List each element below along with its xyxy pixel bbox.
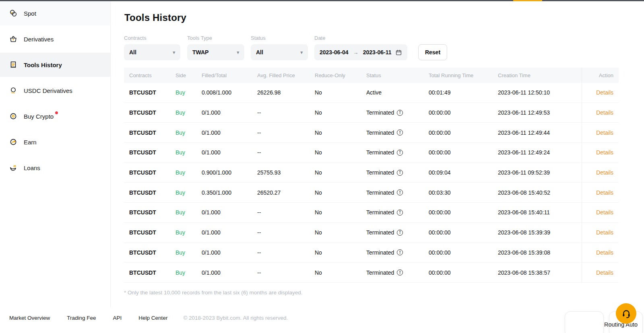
cell-total-running-time: 00:00:00 <box>429 249 498 256</box>
cell-status: Terminated ! <box>366 269 429 276</box>
cell-contracts: BTCUSDT <box>124 130 175 136</box>
date-from-value: 2023-06-04 <box>320 49 349 56</box>
sidebar-item-label: Earn <box>24 139 37 146</box>
date-filter-label: Date <box>314 35 407 41</box>
details-link[interactable]: Details <box>596 89 613 96</box>
info-icon[interactable]: ! <box>397 230 403 236</box>
cell-creation-time: 2023-06-08 15:38:57 <box>498 269 582 276</box>
details-link[interactable]: Details <box>596 130 613 136</box>
sidebar-item-earn[interactable]: Earn <box>0 130 110 154</box>
cell-filled-total: 0/1.000 <box>202 209 257 216</box>
cell-avg-filled-price: -- <box>257 229 315 236</box>
cell-side: Buy <box>175 89 202 96</box>
caret-down-icon: ▾ <box>237 50 239 55</box>
cell-contracts: BTCUSDT <box>124 229 175 236</box>
usdc-derivatives-icon <box>9 86 18 95</box>
earn-icon <box>9 138 18 146</box>
cell-creation-time: 2023-06-11 12:50:10 <box>498 89 582 96</box>
cell-action: Details <box>582 223 619 243</box>
cell-total-running-time: 00:03:30 <box>429 189 498 196</box>
caret-down-icon: ▾ <box>173 50 175 55</box>
column-header-filled-total: Filled/Total <box>202 72 257 78</box>
info-icon[interactable]: ! <box>397 189 403 195</box>
cell-avg-filled-price: -- <box>257 249 315 256</box>
tools-type-filter-select[interactable]: TWAP ▾ <box>187 44 244 60</box>
footer-link-market-overview[interactable]: Market Overview <box>9 315 50 321</box>
loans-icon <box>9 163 18 172</box>
status-filter-select[interactable]: All ▾ <box>251 44 308 60</box>
info-icon[interactable]: ! <box>397 249 403 255</box>
cell-status: Terminated ! <box>366 189 429 196</box>
support-chat-button[interactable] <box>616 303 636 324</box>
records-footnote: * Only the latest 10,000 records from th… <box>124 290 302 296</box>
details-link[interactable]: Details <box>596 169 613 176</box>
details-link[interactable]: Details <box>596 149 613 156</box>
sidebar-item-label: USDC Derivatives <box>24 87 72 94</box>
details-link[interactable]: Details <box>596 249 613 256</box>
page-footer: Market OverviewTrading FeeAPIHelp Center… <box>0 315 644 321</box>
filters-bar: Contracts All ▾ Tools Type TWAP ▾ Status… <box>124 35 447 60</box>
buy-crypto-icon <box>9 112 18 121</box>
derivatives-icon <box>9 35 18 43</box>
details-link[interactable]: Details <box>596 209 613 216</box>
cell-total-running-time: 00:00:00 <box>429 209 498 216</box>
table-row: BTCUSDT Buy 0/1.000 -- No Terminated ! 0… <box>124 143 619 163</box>
cell-filled-total: 0/1.000 <box>202 269 257 276</box>
cell-avg-filled-price: 25755.93 <box>257 169 315 176</box>
reset-button[interactable]: Reset <box>418 44 447 60</box>
cell-total-running-time: 00:00:00 <box>429 269 498 276</box>
sidebar-item-usdc-derivatives[interactable]: USDC Derivatives <box>0 78 110 103</box>
table-row: BTCUSDT Buy 0/1.000 -- No Terminated ! 0… <box>124 243 619 263</box>
cell-creation-time: 2023-06-08 15:40:11 <box>498 209 582 216</box>
cell-avg-filled-price: -- <box>257 209 315 216</box>
details-link[interactable]: Details <box>596 189 613 196</box>
details-link[interactable]: Details <box>596 109 613 116</box>
table-row: BTCUSDT Buy 0/1.000 -- No Terminated ! 0… <box>124 203 619 223</box>
info-icon[interactable]: ! <box>397 150 403 156</box>
column-header-contracts: Contracts <box>124 72 175 78</box>
info-icon[interactable]: ! <box>397 110 403 116</box>
info-icon[interactable]: ! <box>397 170 403 176</box>
cell-contracts: BTCUSDT <box>124 109 175 116</box>
column-header-reduce-only: Reduce-Only <box>315 72 366 78</box>
details-link[interactable]: Details <box>596 269 613 276</box>
cell-creation-time: 2023-06-08 15:39:08 <box>498 249 582 256</box>
caret-down-icon: ▾ <box>300 50 303 55</box>
footer-links: Market OverviewTrading FeeAPIHelp Center <box>0 315 167 321</box>
status-filter-label: Status <box>251 35 308 41</box>
headset-icon <box>621 308 632 319</box>
footer-link-help-center[interactable]: Help Center <box>138 315 167 321</box>
column-header-action: Action <box>582 68 619 83</box>
cell-side: Buy <box>175 130 202 136</box>
contracts-filter-select[interactable]: All ▾ <box>124 44 180 60</box>
cell-side: Buy <box>175 149 202 156</box>
info-icon[interactable]: ! <box>397 269 403 275</box>
cell-creation-time: 2023-06-11 12:49:53 <box>498 109 582 116</box>
table-body: BTCUSDT Buy 0.008/1.000 26226.98 No Acti… <box>124 83 619 283</box>
footer-link-api[interactable]: API <box>113 315 122 321</box>
sidebar-item-tools-history[interactable]: Tools History <box>0 53 110 77</box>
table-row: BTCUSDT Buy 0.008/1.000 26226.98 No Acti… <box>124 83 619 103</box>
cell-filled-total: 0/1.000 <box>202 229 257 236</box>
sidebar-item-label: Buy Crypto <box>24 113 54 120</box>
info-icon[interactable]: ! <box>397 130 403 136</box>
details-link[interactable]: Details <box>596 229 613 236</box>
tools-history-table: ContractsSideFilled/TotalAvg. Filled Pri… <box>124 68 619 283</box>
status-filter-group: Status All ▾ <box>251 35 308 60</box>
copyright-text: © 2018-2023 Bybit.com. All rights reserv… <box>183 315 288 321</box>
footer-link-trading-fee[interactable]: Trading Fee <box>67 315 96 321</box>
date-range-picker[interactable]: 2023-06-04 → 2023-06-11 <box>314 44 407 60</box>
floating-card-button-left[interactable] <box>565 311 604 333</box>
cell-total-running-time: 00:00:00 <box>429 109 498 116</box>
status-text: Terminated <box>366 189 394 196</box>
sidebar-item-label: Loans <box>24 164 40 171</box>
cell-creation-time: 2023-06-11 12:49:24 <box>498 149 582 156</box>
sidebar-item-derivatives[interactable]: Derivatives <box>0 27 110 51</box>
column-header-creation-time: Creation Time <box>498 72 582 78</box>
cell-reduce-only: No <box>315 89 366 96</box>
status-text: Terminated <box>366 209 394 216</box>
sidebar-item-buy-crypto[interactable]: Buy Crypto <box>0 104 110 128</box>
info-icon[interactable]: ! <box>397 210 403 216</box>
sidebar-item-loans[interactable]: Loans <box>0 156 110 180</box>
sidebar-item-spot[interactable]: Spot <box>0 1 110 25</box>
